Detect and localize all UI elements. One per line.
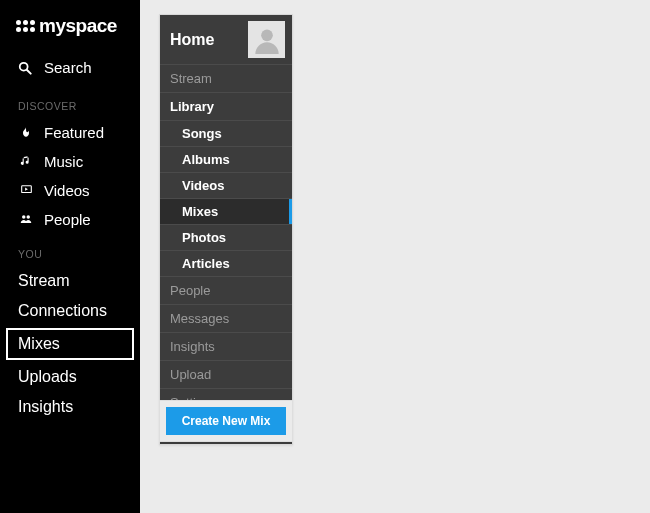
panel-sub-songs[interactable]: Songs [160, 120, 292, 146]
panel-item-messages[interactable]: Messages [160, 304, 292, 332]
create-mix-container: Create New Mix [159, 400, 293, 442]
you-stream[interactable]: Stream [0, 266, 140, 296]
section-heading-you: YOU [0, 234, 140, 266]
panel-item-upload[interactable]: Upload [160, 360, 292, 388]
play-square-icon [18, 185, 34, 196]
search-button[interactable]: Search [0, 47, 140, 86]
svg-line-1 [27, 69, 31, 73]
nav-label: Videos [44, 182, 90, 199]
svg-point-5 [261, 29, 273, 41]
panel-item-stream[interactable]: Stream [160, 64, 292, 92]
logo-dots-icon [16, 20, 35, 32]
panel-sub-photos[interactable]: Photos [160, 224, 292, 250]
home-dropdown-panel: Home Stream Library Songs Albums Videos … [159, 14, 293, 445]
you-insights[interactable]: Insights [0, 392, 140, 422]
logo[interactable]: myspace [0, 10, 140, 47]
panel-item-insights[interactable]: Insights [160, 332, 292, 360]
music-note-icon [18, 155, 34, 168]
panel-item-library[interactable]: Library [160, 92, 292, 120]
you-mixes[interactable]: Mixes [6, 328, 134, 360]
you-connections[interactable]: Connections [0, 296, 140, 326]
panel-header: Home [160, 15, 292, 64]
nav-featured[interactable]: Featured [0, 118, 140, 147]
panel-sub-mixes[interactable]: Mixes [160, 198, 292, 224]
search-label: Search [44, 59, 92, 76]
nav-music[interactable]: Music [0, 147, 140, 176]
panel-title: Home [170, 31, 214, 49]
search-icon [18, 61, 34, 75]
nav-label: Featured [44, 124, 104, 141]
svg-point-3 [22, 215, 25, 218]
create-new-mix-button[interactable]: Create New Mix [166, 407, 286, 435]
people-icon [18, 214, 34, 226]
panel-item-people[interactable]: People [160, 276, 292, 304]
panel-sub-albums[interactable]: Albums [160, 146, 292, 172]
svg-point-4 [27, 215, 30, 218]
avatar-placeholder-icon [253, 26, 281, 54]
nav-videos[interactable]: Videos [0, 176, 140, 205]
nav-people[interactable]: People [0, 205, 140, 234]
nav-label: People [44, 211, 91, 228]
logo-text: myspace [39, 15, 117, 37]
panel-sub-articles[interactable]: Articles [160, 250, 292, 276]
left-sidebar: myspace Search DISCOVER Featured Music V… [0, 0, 140, 513]
you-uploads[interactable]: Uploads [0, 362, 140, 392]
panel-sub-videos[interactable]: Videos [160, 172, 292, 198]
avatar[interactable] [248, 21, 285, 58]
section-heading-discover: DISCOVER [0, 86, 140, 118]
flame-icon [18, 126, 34, 140]
nav-label: Music [44, 153, 83, 170]
